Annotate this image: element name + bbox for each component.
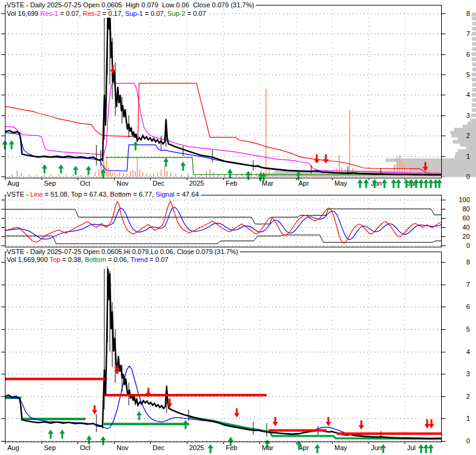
y-axis-label: 3: [445, 370, 470, 378]
y-axis-label: 2: [445, 132, 470, 140]
y-axis-label: 2: [445, 393, 470, 401]
header-segment: = 51.08, Top = 67.43, Bottom = 6.77,: [43, 191, 156, 198]
bottom-panel-frame: [1, 252, 445, 442]
bottom-panel-subtitle: Vol 1,669,900 Top = 0.38, Bottom = 0.06,…: [7, 256, 170, 264]
header-segment: = 0.06,: [106, 256, 131, 263]
y-axis-label: 6: [445, 303, 470, 311]
header-segment: Signal: [156, 191, 175, 198]
oscillator-panel-frame: [1, 195, 445, 247]
y-axis-label: 4: [445, 348, 470, 356]
y-axis-label: 40: [445, 224, 470, 231]
y-axis-label: 8: [445, 10, 470, 18]
y-axis-label: 20: [445, 233, 470, 241]
header-segment: VSTE - Daily 2025-07-25 Open 0.0605,Hi 0…: [7, 248, 238, 255]
header-segment: = 0.07: [186, 10, 206, 17]
top-price-series: [5, 6, 441, 175]
y-axis-label: 80: [445, 205, 470, 213]
y-axis-label: 100: [445, 196, 470, 204]
header-segment: = 0.17,: [101, 10, 125, 17]
header-segment: VSTE - Daily 2025-07-25 Open 0.0605 High…: [7, 1, 254, 9]
y-axis-label: 5: [445, 326, 470, 333]
top-panel-subtitle: Vol 16,699 Res-1 = 0.07, Res-2 = 0.17, S…: [7, 10, 208, 18]
header-segment: VSTE -: [7, 191, 31, 198]
header-segment: = 0.07,: [58, 10, 82, 17]
header-segment: Res-2: [82, 10, 100, 17]
chart-canvas[interactable]: [0, 0, 476, 455]
top-panel-border: [5, 5, 442, 181]
y-axis-label: 0: [445, 173, 470, 181]
y-axis-label: 1: [445, 153, 470, 161]
header-segment: Top: [49, 256, 60, 263]
bottom-panel-border: [5, 252, 442, 445]
y-axis-label: 0: [445, 437, 470, 445]
top-resistance-line: [5, 379, 441, 434]
header-segment: Trend: [131, 256, 148, 263]
header-segment: Sup-1: [125, 10, 143, 17]
y-axis-label: 7: [445, 30, 470, 38]
y-axis-label: 60: [445, 214, 470, 222]
y-axis-label: 6: [445, 51, 470, 59]
y-axis-label: 3: [445, 112, 470, 120]
y-axis-label: 7: [445, 281, 470, 289]
volume-bars: [12, 89, 437, 177]
oscillator-panel-title: VSTE - Line = 51.08, Top = 67.43, Bottom…: [7, 191, 201, 198]
header-segment: Line: [31, 191, 43, 198]
y-axis-label: 1: [445, 415, 470, 423]
top-panel-frame: [1, 5, 445, 178]
header-segment: = 47.64: [175, 191, 199, 198]
bottom-price-series: [5, 267, 441, 439]
top-panel-title: VSTE - Daily 2025-07-25 Open 0.0605 High…: [7, 1, 256, 9]
header-segment: Sup-2: [167, 10, 185, 17]
header-segment: = 0.07: [148, 256, 168, 263]
y-axis-label: 5: [445, 71, 470, 79]
header-segment: Bottom: [85, 256, 106, 263]
header-segment: Res-1: [40, 10, 58, 17]
header-segment: Vol 16,699: [7, 10, 40, 17]
oscillator-lines: [5, 201, 441, 244]
header-segment: = 0.38,: [60, 256, 85, 263]
trend-line: [5, 366, 441, 438]
bottom-panel-title: VSTE - Daily 2025-07-25 Open 0.0605,Hi 0…: [7, 248, 240, 256]
y-axis-label: 8: [445, 258, 470, 266]
top-signal-arrows: [2, 65, 442, 188]
y-axis-label: 4: [445, 91, 470, 99]
charting-app-window: VSTE - Daily 2025-07-25 Open 0.0605 High…: [0, 0, 476, 455]
header-segment: = 0.07,: [143, 10, 167, 17]
y-axis-label: 0: [445, 242, 470, 250]
header-segment: Vol 1,669,900: [7, 256, 49, 263]
